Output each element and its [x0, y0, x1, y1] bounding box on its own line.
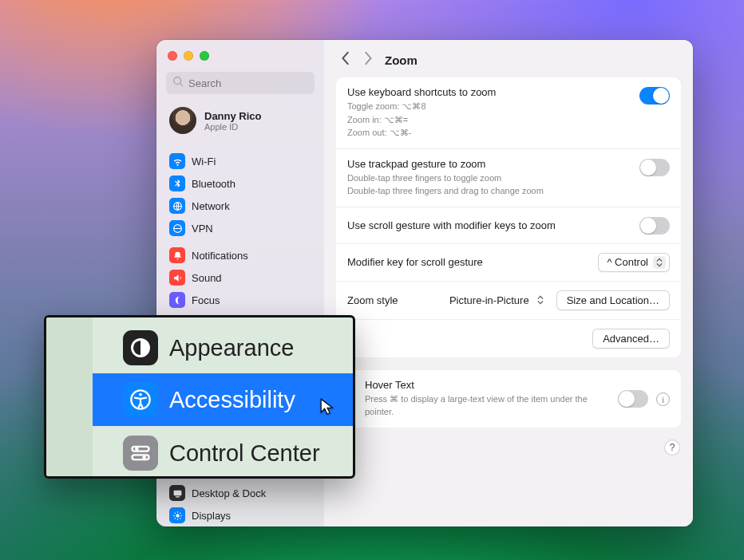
info-icon[interactable]: i	[656, 392, 670, 406]
bluetooth-icon	[169, 175, 185, 191]
pip-item-label: Appearance	[169, 335, 294, 361]
select-value: Picture-in-Picture	[449, 294, 529, 306]
search-field[interactable]	[166, 72, 315, 94]
sidebar-item-displays[interactable]: Displays	[163, 504, 318, 526]
setting-label: Hover Text	[365, 379, 610, 391]
svg-point-6	[176, 514, 179, 517]
sidebar-item-label: Displays	[192, 510, 231, 522]
svg-point-13	[142, 455, 146, 459]
pip-left-margin	[46, 317, 93, 476]
setting-label: Use keyboard shortcuts to zoom	[347, 86, 631, 98]
sidebar-item-label: Bluetooth	[192, 178, 235, 190]
toggle-hover-text[interactable]	[618, 390, 648, 408]
setting-desc: Toggle zoom: ⌥⌘8 Zoom in: ⌥⌘= Zoom out: …	[347, 100, 631, 140]
displays-icon	[169, 507, 185, 523]
main-content: Zoom Use keyboard shortcuts to zoom Togg…	[324, 40, 693, 526]
wifi-icon	[169, 153, 185, 169]
pip-item-appearance[interactable]: Appearance	[123, 330, 294, 365]
focus-icon	[169, 292, 185, 308]
control-center-icon	[123, 436, 158, 471]
toggle-keyboard-shortcuts[interactable]	[639, 87, 670, 105]
select-value: ^ Control	[607, 256, 648, 268]
chevron-updown-icon	[653, 256, 666, 269]
svg-rect-10	[133, 447, 149, 452]
appearance-icon	[123, 330, 158, 365]
help-button[interactable]: ?	[664, 440, 680, 455]
select-modifier-key[interactable]: ^ Control	[598, 253, 670, 272]
settings-content: Use keyboard shortcuts to zoom Toggle zo…	[324, 77, 693, 470]
setting-label: Use scroll gesture with modifier keys to…	[347, 219, 631, 231]
help-row: ?	[335, 440, 682, 459]
page-title: Zoom	[385, 53, 418, 67]
sidebar-group-alerts: Notifications Sound Focus	[163, 244, 318, 311]
apple-id-profile[interactable]: Danny Rico Apple ID	[163, 104, 318, 145]
sidebar-item-label: Focus	[192, 294, 220, 306]
advanced-button[interactable]: Advanced…	[592, 329, 670, 349]
sidebar-item-vpn[interactable]: VPN	[163, 217, 318, 239]
vpn-icon	[169, 220, 185, 236]
size-location-button[interactable]: Size and Location…	[556, 290, 670, 310]
setting-desc: Double-tap three fingers to toggle zoom …	[347, 172, 631, 198]
toggle-trackpad-gesture[interactable]	[639, 159, 670, 176]
window-controls	[163, 49, 318, 72]
svg-point-0	[174, 77, 181, 85]
sidebar-item-label: Wi-Fi	[192, 156, 216, 168]
setting-label: Use trackpad gesture to zoom	[347, 158, 631, 170]
notifications-icon	[169, 247, 185, 263]
sound-icon	[169, 270, 185, 286]
profile-sub: Apple ID	[204, 122, 262, 132]
sidebar-item-wifi[interactable]: Wi-Fi	[163, 150, 318, 172]
pip-item-label: Accessibility	[169, 387, 295, 413]
sidebar-item-label: Notifications	[192, 250, 248, 262]
search-icon	[172, 76, 188, 90]
sidebar-item-label: Sound	[192, 272, 222, 284]
hover-text-card: Hover Text Press ⌘ to display a large-te…	[335, 369, 682, 428]
svg-rect-5	[175, 496, 179, 497]
sidebar-item-focus[interactable]: Focus	[163, 289, 318, 311]
forward-button[interactable]	[362, 51, 374, 69]
sidebar-group-network: Wi-Fi Bluetooth Network VPN	[163, 150, 318, 239]
svg-rect-4	[173, 490, 181, 495]
row-keyboard-shortcuts: Use keyboard shortcuts to zoom Toggle zo…	[336, 77, 681, 149]
search-input[interactable]	[188, 77, 323, 89]
sidebar-item-label: VPN	[192, 223, 213, 235]
close-button[interactable]	[168, 51, 177, 61]
svg-rect-12	[133, 455, 149, 459]
svg-point-9	[139, 393, 142, 396]
sidebar-item-label: Desktop & Dock	[192, 487, 266, 499]
pip-item-control-center[interactable]: Control Center	[123, 436, 320, 471]
sidebar-group-display: Desktop & Dock Displays	[163, 482, 318, 526]
setting-label: Zoom style	[347, 294, 433, 306]
sidebar-item-notifications[interactable]: Notifications	[163, 244, 318, 266]
row-trackpad-gesture: Use trackpad gesture to zoom Double-tap …	[336, 149, 681, 207]
sidebar-item-label: Network	[192, 200, 230, 212]
setting-label: Modifier key for scroll gesture	[347, 256, 590, 268]
zoom-settings-card: Use keyboard shortcuts to zoom Toggle zo…	[335, 77, 682, 358]
fullscreen-button[interactable]	[200, 51, 209, 61]
sidebar-item-desktop-dock[interactable]: Desktop & Dock	[163, 482, 318, 504]
cursor-icon	[319, 397, 337, 418]
desktop-dock-icon	[169, 485, 185, 501]
sidebar-item-network[interactable]: Network	[163, 195, 318, 217]
row-scroll-gesture: Use scroll gesture with modifier keys to…	[336, 207, 681, 244]
row-hover-text: Hover Text Press ⌘ to display a large-te…	[336, 370, 681, 428]
avatar	[169, 107, 196, 134]
accessibility-icon	[123, 382, 158, 417]
pip-zoom-window: Appearance Accessibility Control Center	[44, 315, 355, 479]
select-zoom-style[interactable]: Picture-in-Picture	[441, 291, 548, 309]
row-modifier-key: Modifier key for scroll gesture ^ Contro…	[336, 244, 681, 282]
pip-item-label: Control Center	[169, 440, 320, 467]
chevron-updown-icon	[534, 294, 547, 306]
profile-name: Danny Rico	[204, 110, 262, 122]
pip-item-accessibility[interactable]: Accessibility	[93, 373, 353, 426]
setting-desc: Press ⌘ to display a large-text view of …	[365, 392, 610, 419]
sidebar-item-sound[interactable]: Sound	[163, 266, 318, 289]
row-zoom-style: Zoom style Picture-in-Picture Size and L…	[336, 282, 681, 320]
row-advanced: Advanced…	[336, 320, 681, 357]
toggle-scroll-gesture[interactable]	[639, 217, 670, 235]
back-button[interactable]	[340, 51, 351, 69]
minimize-button[interactable]	[184, 51, 193, 61]
sidebar-item-bluetooth[interactable]: Bluetooth	[163, 172, 318, 195]
svg-line-1	[180, 84, 184, 87]
svg-point-11	[135, 447, 139, 451]
